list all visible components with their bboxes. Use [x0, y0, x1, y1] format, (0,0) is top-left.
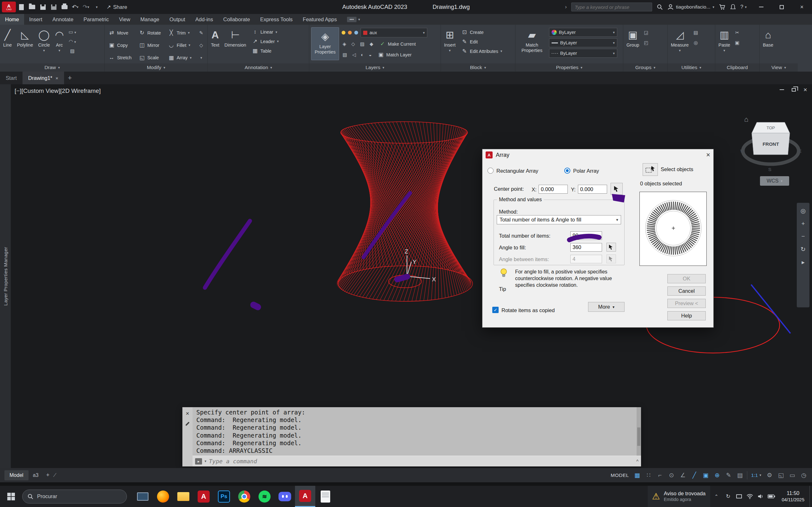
command-history[interactable]: Specify center point of array: Command: … [193, 407, 637, 456]
erase-tool-icon[interactable]: ✎ [197, 30, 206, 37]
show-desktop-button[interactable] [809, 486, 812, 507]
polar-array-radio[interactable] [564, 168, 570, 174]
copy-button[interactable]: ▣Copy [107, 41, 136, 49]
modify-more-icon[interactable]: ▾ [197, 55, 206, 60]
command-input[interactable] [209, 458, 634, 464]
panel-draw-label[interactable]: Draw▾ [0, 63, 104, 72]
base-button[interactable]: ⌂Base [762, 27, 774, 49]
sync-icon[interactable]: ↻ [723, 493, 734, 500]
edit-attributes-button[interactable]: ✎Edit Attributes▾ [459, 47, 504, 55]
polyline-button[interactable]: ◺Polyline [15, 27, 34, 49]
tab-featured-apps[interactable]: Featured Apps [298, 14, 342, 25]
command-window-titlebar[interactable]: × [183, 407, 193, 466]
layer-properties-manager-strip[interactable]: Layer Properties Manager [0, 84, 11, 468]
array-button[interactable]: ▦Array▾ [166, 54, 196, 62]
panel-groups-label[interactable]: Groups▾ [623, 63, 667, 72]
tab-drawing1[interactable]: Drawing1*× [22, 72, 64, 84]
save-button[interactable] [38, 2, 48, 12]
notification-bell-icon[interactable] [730, 4, 736, 10]
viewcube-south[interactable]: S [768, 167, 771, 172]
customization-gear-icon[interactable]: ⚙ [764, 470, 775, 481]
search-expand-icon[interactable]: › [565, 4, 567, 10]
new-file-button[interactable] [16, 2, 27, 12]
dialog-titlebar[interactable]: A Array × [483, 149, 713, 161]
rotate-button[interactable]: ↻Rotate [137, 29, 165, 37]
ellipse-tool-icon[interactable]: ◠ ▾ [67, 38, 77, 45]
volume-icon[interactable] [755, 494, 766, 499]
tab-annotate[interactable]: Annotate [47, 14, 78, 25]
battery-icon[interactable] [766, 494, 777, 498]
layer-on-icon[interactable] [342, 31, 345, 35]
insert-button[interactable]: ⊞Insert▾ [443, 27, 457, 53]
tab-express-tools[interactable]: Express Tools [255, 14, 298, 25]
steering-wheel-icon[interactable]: ◎ [801, 207, 806, 215]
object-isolate-icon[interactable]: ◱ [775, 470, 786, 481]
doc-restore-icon[interactable] [792, 88, 796, 92]
tab-add-ins[interactable]: Add-ins [190, 14, 218, 25]
object-snap-toggle[interactable]: ⊕ [711, 470, 723, 481]
undo-button[interactable]: ↶▾ [70, 2, 81, 12]
taskbar-app-spotify[interactable]: ≋ [254, 486, 275, 507]
window-maximize-button[interactable] [771, 0, 792, 14]
plot-button[interactable] [59, 2, 70, 12]
panel-utilities-label[interactable]: Utilities▾ [668, 63, 715, 72]
dimension-button[interactable]: ⊢Dimension [223, 27, 248, 49]
share-button[interactable]: ↗Share [107, 4, 127, 10]
object-color-dropdown[interactable]: ByLayer▾ [549, 28, 617, 37]
tab-close-icon[interactable]: × [55, 75, 58, 81]
pan-icon[interactable]: + [801, 220, 805, 227]
match-properties-button[interactable]: ▰Match Properties [517, 27, 547, 54]
new-layout-button[interactable]: + [43, 469, 53, 481]
command-scrollbar[interactable] [637, 407, 641, 456]
group-edit-icon[interactable]: ◰ [643, 39, 649, 46]
help-button[interactable]: Help [667, 311, 706, 320]
qat-menu-button[interactable]: ▾ [91, 2, 102, 12]
open-file-button[interactable] [27, 2, 38, 12]
create-block-button[interactable]: ⊡Create [459, 28, 504, 37]
layer-dropdown[interactable]: aux ▾ [361, 28, 427, 38]
fillet-button[interactable]: ◡Fillet▾ [166, 41, 196, 49]
layer-off-icon[interactable]: ◆ [368, 41, 374, 48]
redo-button[interactable]: ↷▾ [81, 2, 91, 12]
infer-constraints-toggle[interactable]: ⌐ [654, 470, 666, 481]
center-x-input[interactable] [539, 185, 568, 193]
layer-lock-icon[interactable] [354, 31, 358, 35]
taskbar-app-autocad-running[interactable]: A [295, 486, 315, 507]
taskbar-app-photoshop[interactable]: Ps [214, 486, 234, 507]
panel-properties-label[interactable]: Properties▾ [515, 63, 623, 72]
viewcube-front-face[interactable]: FRONT [763, 141, 779, 147]
clean-screen-icon[interactable]: ▭ [786, 470, 798, 481]
command-customize-icon[interactable] [185, 422, 189, 426]
layer-isolate-icon[interactable]: ◇ [351, 41, 356, 48]
match-layer-button[interactable]: ▣Match Layer [376, 50, 414, 59]
taskbar-app-autocad[interactable]: A [194, 486, 214, 507]
command-close-icon[interactable]: × [186, 410, 189, 416]
rectangle-tool-icon[interactable]: ▭ ▾ [67, 29, 77, 36]
make-current-button[interactable]: ✓Make Current [377, 40, 418, 48]
rotate-items-label[interactable]: Rotate items as copied [502, 307, 555, 314]
text-button[interactable]: AText [210, 27, 221, 49]
search-icon[interactable] [657, 4, 663, 10]
doc-minimize-icon[interactable] [780, 89, 784, 90]
isometric-drafting-toggle[interactable]: ╱ [689, 470, 700, 481]
tab-output[interactable]: Output [164, 14, 190, 25]
scale-button[interactable]: ◱Scale [137, 54, 165, 62]
pick-angle-button[interactable] [606, 243, 616, 251]
leader-button[interactable]: ↗Leader▾ [250, 37, 281, 46]
viewcube[interactable]: TOP FRONT W S E [739, 113, 803, 186]
rotate-items-checkbox[interactable]: ✓ [492, 307, 499, 313]
layer-unlock-icon[interactable]: ◐ [360, 51, 365, 58]
annotation-visibility-toggle[interactable]: ✎ [723, 470, 734, 481]
hatch-tool-icon[interactable]: ▨ [67, 48, 77, 55]
dialog-close-icon[interactable]: × [706, 152, 710, 158]
start-button[interactable] [0, 486, 22, 507]
navbar-more-icon[interactable]: ▸ [802, 259, 805, 266]
panel-view-label[interactable]: View▾ [760, 63, 798, 72]
layer-merge-icon[interactable]: ◒ [368, 51, 373, 58]
help-menu[interactable]: ?▾ [740, 4, 747, 10]
move-button[interactable]: ⇄Move [107, 29, 136, 37]
orbit-icon[interactable]: ↻ [801, 245, 806, 253]
panel-clipboard-label[interactable]: Clipboard [715, 63, 759, 72]
rectangular-array-label[interactable]: Rectangular Array [496, 168, 538, 174]
tab-home[interactable]: Home [0, 14, 24, 25]
